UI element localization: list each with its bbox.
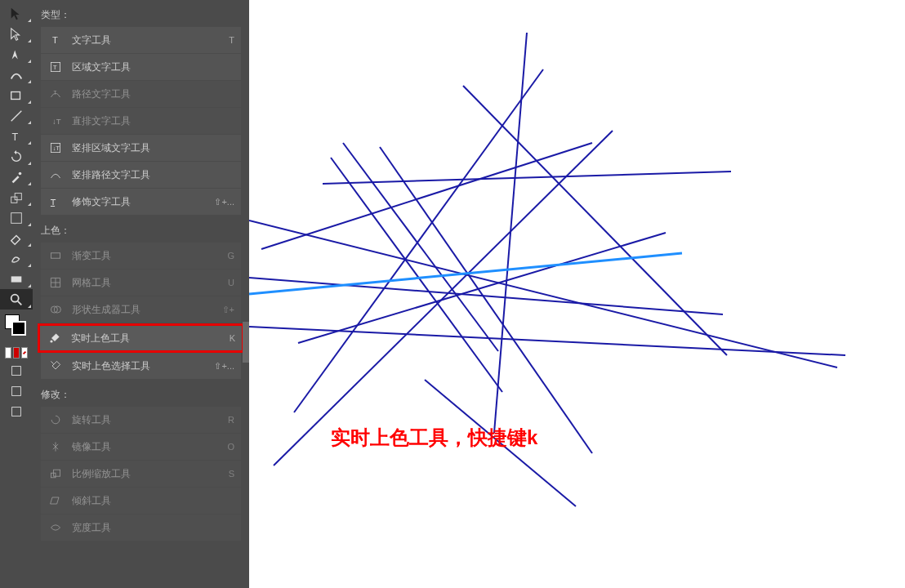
svg-text:T: T	[52, 35, 58, 45]
svg-line-40	[425, 380, 576, 506]
more-icon[interactable]	[0, 401, 33, 421]
pen-tool[interactable]	[0, 44, 33, 65]
scrollbar-thumb[interactable]	[243, 322, 249, 363]
eyedropper-tool[interactable]	[0, 167, 33, 187]
scale-tool-item-label: 比例缩放工具	[72, 467, 229, 481]
svg-rect-0	[11, 91, 20, 99]
live-paint-selection-tool-item-label: 实时上色选择工具	[72, 359, 214, 373]
shear-tool-item: 倾斜工具	[41, 488, 241, 514]
scale-tool[interactable]	[0, 187, 33, 207]
live-paint-bucket-tool-item[interactable]: 实时上色工具K	[38, 323, 244, 353]
mesh-tool-item-label: 网格工具	[72, 276, 228, 290]
vertical-area-type-tool-item-label: 竖排区域文字工具	[72, 141, 234, 155]
svg-line-33	[261, 143, 592, 249]
svg-line-37	[249, 278, 723, 314]
mesh-tool-item-shortcut: U	[228, 278, 234, 287]
eraser-tool[interactable]	[0, 228, 33, 248]
path-type-tool-item-icon: T	[47, 86, 64, 102]
svg-text:T: T	[12, 131, 19, 142]
modify-group-label: 修改：	[33, 380, 249, 407]
rotate-tool[interactable]	[0, 146, 33, 167]
svg-line-29	[249, 220, 837, 368]
rotate-tool-item: 旋转工具R	[41, 407, 241, 433]
svg-rect-25	[51, 473, 56, 478]
shape-builder-tool-item: 形状生成器工具⇧+	[41, 296, 241, 323]
reflect-tool-item: 镜像工具O	[41, 434, 241, 460]
svg-rect-12	[12, 407, 21, 416]
rotate-tool-item-icon	[47, 412, 64, 428]
paint-group-label: 上色：	[33, 216, 249, 243]
gradient-tool-item-label: 渐变工具	[72, 249, 227, 263]
svg-point-3	[19, 172, 22, 175]
shear-tool-item-icon	[47, 492, 64, 509]
curvature-tool[interactable]	[0, 65, 33, 85]
type-tool-item[interactable]: T文字工具T	[41, 27, 241, 53]
vertical-path-type-tool-item[interactable]: 竖排路径文字工具	[41, 162, 241, 188]
rectangle-tool[interactable]	[0, 85, 33, 105]
area-type-tool-item[interactable]: T区域文字工具	[41, 54, 241, 80]
vertical-type-tool-item: ↓T直排文字工具	[41, 108, 241, 134]
vertical-path-type-tool-item-label: 竖排路径文字工具	[72, 168, 234, 182]
svg-point-8	[11, 294, 19, 301]
svg-text:↓T: ↓T	[53, 145, 60, 152]
color-mode-gradient[interactable]	[13, 347, 20, 359]
type-tool-item-shortcut: T	[229, 35, 234, 45]
svg-line-41	[249, 253, 682, 294]
type-tool[interactable]: T	[0, 126, 33, 146]
vertical-path-type-tool-item-icon	[47, 167, 64, 183]
scale-tool-item: 比例缩放工具S	[41, 461, 241, 487]
color-mode-boxes	[0, 345, 33, 360]
gradient-tool[interactable]	[0, 269, 33, 289]
svg-text:T: T	[53, 64, 57, 71]
svg-rect-21	[51, 253, 60, 258]
rotate-tool-item-label: 旋转工具	[72, 413, 228, 427]
width-tool[interactable]	[0, 207, 33, 228]
svg-line-34	[331, 158, 502, 392]
touch-type-tool-item[interactable]: T̲修饰文字工具⇧+...	[41, 189, 241, 215]
svg-line-27	[494, 33, 527, 433]
shape-builder-tool-item-shortcut: ⇧+	[222, 305, 234, 315]
svg-line-1	[11, 110, 22, 121]
svg-text:T̲: T̲	[50, 198, 56, 207]
touch-type-tool-item-icon: T̲	[47, 194, 64, 210]
selection-tool[interactable]	[0, 3, 33, 24]
shape-builder-tool[interactable]	[0, 248, 33, 269]
panel-scrollbar[interactable]	[243, 11, 249, 588]
live-paint-bucket-tool-item-icon	[47, 330, 63, 346]
line-tool[interactable]	[0, 105, 33, 126]
svg-line-30	[323, 172, 731, 184]
fill-stroke-control[interactable]	[0, 313, 33, 345]
left-toolbar: T	[0, 0, 33, 588]
live-paint-bucket-tool-item-label: 实时上色工具	[71, 332, 230, 345]
artwork-lines	[249, 0, 905, 588]
zoom-tool[interactable]	[0, 289, 33, 310]
live-paint-selection-tool-item[interactable]: 实时上色选择工具⇧+...	[41, 353, 241, 379]
live-paint-bucket-tool-item-shortcut: K	[230, 333, 235, 343]
vertical-type-tool-item-label: 直排文字工具	[72, 114, 234, 128]
stroke-swatch[interactable]	[11, 321, 26, 336]
shape-builder-tool-item-label: 形状生成器工具	[72, 303, 222, 317]
width-tool-item-icon	[47, 519, 64, 536]
vertical-area-type-tool-item-icon: ↓T	[47, 140, 64, 156]
live-paint-selection-tool-item-icon	[47, 358, 64, 374]
touch-type-tool-item-shortcut: ⇧+...	[214, 197, 234, 207]
color-mode-normal[interactable]	[5, 347, 11, 359]
edit-toolbar-icon[interactable]	[0, 381, 33, 401]
vertical-type-tool-item-icon: ↓T	[47, 113, 64, 129]
svg-rect-6	[11, 212, 22, 223]
screen-mode-icon[interactable]	[0, 360, 33, 381]
direct-selection-tool[interactable]	[0, 24, 33, 44]
mesh-tool-item: 网格工具U	[41, 270, 241, 296]
color-mode-none[interactable]	[21, 347, 28, 359]
svg-line-38	[380, 147, 592, 453]
width-tool-item-label: 宽度工具	[72, 521, 234, 535]
canvas-area[interactable]: 实时上色工具，快捷键k	[249, 0, 905, 588]
gradient-tool-item-shortcut: G	[227, 251, 234, 261]
path-type-tool-item: T路径文字工具	[41, 81, 241, 107]
rotate-tool-item-shortcut: R	[228, 415, 234, 425]
area-type-tool-item-label: 区域文字工具	[72, 60, 234, 74]
vertical-area-type-tool-item[interactable]: ↓T竖排区域文字工具	[41, 135, 241, 161]
reflect-tool-item-shortcut: O	[227, 442, 234, 452]
reflect-tool-item-icon	[47, 439, 64, 455]
mesh-tool-item-icon	[47, 274, 64, 291]
